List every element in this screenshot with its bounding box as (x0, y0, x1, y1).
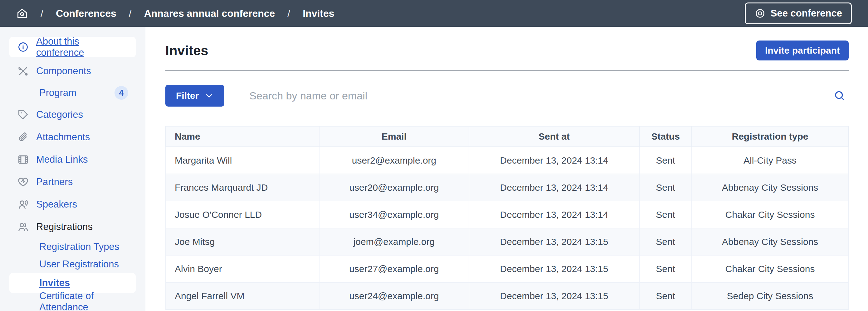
sidebar-item-label: Attachments (36, 132, 90, 143)
invite-participant-button[interactable]: Invite participant (756, 40, 849, 61)
sidebar-item-attachments[interactable]: Attachments (9, 126, 136, 148)
cell-registration-type: Abbenay City Sessions (692, 174, 848, 201)
cell-email: user2@example.org (319, 147, 469, 174)
table-row: Alvin Boyer user27@example.org December … (166, 255, 848, 282)
sidebar-item-label: Program (39, 87, 76, 99)
speaker-icon (17, 199, 29, 210)
cell-email: joem@example.org (319, 228, 469, 255)
home-icon (16, 7, 28, 19)
search-icon[interactable] (831, 87, 849, 105)
cell-sent-at: December 13, 2024 13:15 (469, 282, 639, 309)
breadcrumb-conference-name[interactable]: Annares annual conference (144, 8, 275, 19)
breadcrumb-separator: / (129, 8, 132, 19)
cell-name: Angel Farrell VM (166, 282, 319, 309)
cell-sent-at: December 13, 2024 13:14 (469, 201, 639, 228)
sidebar-item-label: User Registrations (39, 258, 119, 270)
sidebar-item-invites[interactable]: Invites (9, 273, 136, 293)
cell-name: Josue O'Conner LLD (166, 201, 319, 228)
cell-status: Sent (639, 228, 692, 255)
cell-sent-at: December 13, 2024 13:14 (469, 174, 639, 201)
cell-name: Alvin Boyer (166, 255, 319, 282)
eye-icon (754, 8, 766, 19)
table-row: Joe Mitsg joem@example.org December 13, … (166, 228, 848, 255)
handshake-heart-icon (17, 176, 29, 188)
sidebar-item-label: About this conference (36, 36, 128, 58)
sidebar-item-label: Media Links (36, 154, 88, 165)
sidebar-item-certificate[interactable]: Certificate of Attendance (9, 293, 136, 310)
breadcrumb-separator: / (40, 8, 43, 19)
sidebar-item-about[interactable]: About this conference (9, 37, 136, 57)
breadcrumb: / Conferences / Annares annual conferenc… (16, 7, 335, 19)
cell-email: user24@example.org (319, 282, 469, 309)
chevron-down-icon (204, 91, 214, 100)
column-header-registration-type: Registration type (692, 126, 848, 147)
table-row: Angel Farrell VM user24@example.org Dece… (166, 282, 848, 309)
search-input[interactable] (249, 90, 831, 102)
cell-name: Frances Marquardt JD (166, 174, 319, 201)
breadcrumb-invites[interactable]: Invites (303, 8, 334, 19)
cell-registration-type: Chakar City Sessions (692, 255, 848, 282)
breadcrumb-separator: / (287, 8, 290, 19)
sidebar-item-label: Registrations (36, 221, 93, 233)
sidebar-item-media-links[interactable]: Media Links (9, 148, 136, 171)
cell-registration-type: Chakar City Sessions (692, 201, 848, 228)
filter-button-label: Filter (176, 90, 199, 101)
sidebar-item-label: Components (36, 65, 91, 77)
see-conference-button[interactable]: See conference (745, 2, 852, 24)
sidebar-item-label: Partners (36, 176, 73, 187)
sidebar: About this conference Components Program… (0, 27, 145, 311)
sidebar-item-registrations[interactable]: Registrations (9, 216, 136, 238)
table-row: Frances Marquardt JD user20@example.org … (166, 174, 848, 201)
table-row: Margarita Will user2@example.org Decembe… (166, 147, 848, 174)
sidebar-item-partners[interactable]: Partners (9, 171, 136, 193)
program-count-badge: 4 (115, 86, 128, 100)
cell-registration-type: Sedep City Sessions (692, 282, 848, 309)
sidebar-item-user-registrations[interactable]: User Registrations (9, 255, 136, 273)
column-header-email: Email (319, 126, 469, 147)
cell-name: Margarita Will (166, 147, 319, 174)
breadcrumb-conferences[interactable]: Conferences (56, 8, 116, 19)
tag-icon (17, 109, 29, 120)
see-conference-label: See conference (771, 8, 842, 19)
column-header-sent-at: Sent at (469, 126, 639, 147)
cell-status: Sent (639, 147, 692, 174)
sidebar-item-label: Speakers (36, 199, 77, 210)
sidebar-item-registration-types[interactable]: Registration Types (9, 238, 136, 255)
cell-sent-at: December 13, 2024 13:14 (469, 147, 639, 174)
cell-sent-at: December 13, 2024 13:15 (469, 228, 639, 255)
sidebar-item-program[interactable]: Program 4 (9, 82, 136, 103)
filter-button[interactable]: Filter (165, 85, 224, 107)
cell-email: user27@example.org (319, 255, 469, 282)
cell-email: user20@example.org (319, 174, 469, 201)
sidebar-item-label: Registration Types (39, 241, 119, 252)
sidebar-item-label: Certificate of Attendance (39, 290, 128, 311)
sidebar-item-speakers[interactable]: Speakers (9, 193, 136, 216)
paperclip-icon (17, 131, 29, 143)
column-header-name: Name (166, 126, 319, 147)
main-content: Invites Invite participant Filter (145, 27, 868, 311)
cell-status: Sent (639, 174, 692, 201)
cell-status: Sent (639, 201, 692, 228)
tools-icon (17, 65, 29, 77)
cell-sent-at: December 13, 2024 13:15 (469, 255, 639, 282)
cell-registration-type: Abbenay City Sessions (692, 228, 848, 255)
cell-name: Joe Mitsg (166, 228, 319, 255)
film-icon (17, 153, 29, 166)
column-header-status: Status (639, 126, 692, 147)
table-row: Josue O'Conner LLD user34@example.org De… (166, 201, 848, 228)
sidebar-item-categories[interactable]: Categories (9, 103, 136, 126)
invites-table: Name Email Sent at Status Registration t… (165, 126, 849, 310)
home-breadcrumb-link[interactable] (16, 7, 28, 19)
cell-registration-type: All-City Pass (692, 147, 848, 174)
sidebar-item-label: Categories (36, 109, 83, 120)
title-divider (165, 70, 849, 71)
cell-status: Sent (639, 255, 692, 282)
topbar: / Conferences / Annares annual conferenc… (0, 0, 868, 27)
page-title: Invites (165, 43, 209, 58)
sidebar-item-components[interactable]: Components (9, 60, 136, 82)
group-icon (17, 221, 29, 233)
info-icon (17, 41, 29, 53)
sidebar-item-label: Invites (39, 277, 70, 288)
cell-status: Sent (639, 282, 692, 309)
table-header-row: Name Email Sent at Status Registration t… (166, 126, 848, 147)
